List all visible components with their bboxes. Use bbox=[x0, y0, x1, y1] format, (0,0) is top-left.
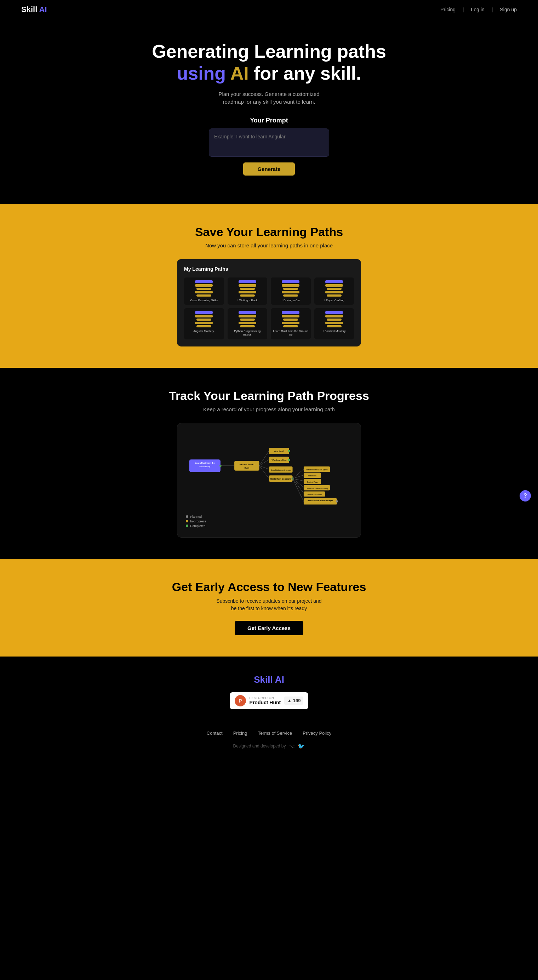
path-node bbox=[195, 284, 213, 287]
path-node-sm2 bbox=[283, 325, 298, 328]
path-node-top bbox=[195, 311, 213, 314]
save-subtitle: Now you can store all your learning path… bbox=[7, 242, 531, 248]
footer-tos-link[interactable]: Terms of Service bbox=[258, 730, 292, 736]
path-node2 bbox=[325, 291, 343, 293]
ph-name: Product Hunt bbox=[250, 700, 281, 705]
paths-grid: Great Parenting Skills ↑ Writing a Book bbox=[184, 277, 354, 339]
footer-links: Contact Pricing Terms of Service Privacy… bbox=[7, 730, 531, 736]
svg-point-40 bbox=[336, 500, 338, 502]
path-node bbox=[282, 315, 299, 317]
path-node-sm bbox=[240, 288, 255, 290]
svg-text:Ground Up: Ground Up bbox=[200, 465, 211, 467]
svg-text:Variables and Data Types: Variables and Data Types bbox=[306, 468, 328, 470]
pricing-link[interactable]: Pricing bbox=[440, 7, 455, 13]
path-node-top bbox=[325, 280, 343, 283]
track-section: Track Your Learning Path Progress Keep a… bbox=[0, 368, 538, 559]
list-item[interactable]: ↑ Football Mastery bbox=[314, 308, 354, 339]
svg-line-23 bbox=[293, 469, 304, 478]
path-label: Great Parenting Skills bbox=[186, 299, 222, 302]
svg-text:Control Flow: Control Flow bbox=[307, 480, 317, 483]
path-node2 bbox=[239, 322, 256, 324]
login-link[interactable]: Log in bbox=[471, 7, 485, 13]
ph-featured-label: FEATURED ON bbox=[250, 696, 281, 700]
early-access-button[interactable]: Get Early Access bbox=[235, 621, 303, 635]
footer: Skill AI P FEATURED ON Product Hunt ▲ 19… bbox=[0, 657, 538, 760]
path-node-sm bbox=[240, 318, 255, 321]
path-visual bbox=[273, 311, 309, 328]
svg-text:Introduction to: Introduction to bbox=[240, 463, 255, 465]
path-label: ↑ Football Mastery bbox=[317, 329, 352, 333]
path-node-top bbox=[239, 311, 256, 314]
footer-pricing-link[interactable]: Pricing bbox=[233, 730, 247, 736]
path-node-sm2 bbox=[196, 325, 211, 328]
path-node-sm2 bbox=[327, 294, 342, 297]
hero-section: Generating Learning paths using AI for a… bbox=[0, 19, 538, 204]
path-node-top bbox=[282, 280, 299, 283]
path-node-sm bbox=[327, 318, 342, 321]
nav-divider: | bbox=[463, 7, 464, 13]
path-node-sm2 bbox=[327, 325, 342, 328]
path-node-sm bbox=[283, 318, 298, 321]
learning-paths-card: My Learning Paths Great Parenting Skills bbox=[177, 259, 361, 347]
track-card: Learn Rust from the Ground Up Introducti… bbox=[177, 423, 361, 538]
path-node-sm bbox=[196, 288, 211, 290]
footer-privacy-link[interactable]: Privacy Policy bbox=[302, 730, 331, 736]
legend-item-completed: Completed bbox=[186, 524, 352, 528]
list-item[interactable]: ↑ Writing a Book bbox=[228, 277, 267, 305]
hero-title-using: using bbox=[177, 63, 226, 84]
list-item[interactable]: ↑ Paper Crafting bbox=[314, 277, 354, 305]
path-node-top bbox=[282, 311, 299, 314]
list-item[interactable]: Angular Mastery. bbox=[184, 308, 224, 339]
path-node2 bbox=[195, 291, 213, 293]
signup-link[interactable]: Sign up bbox=[500, 7, 517, 13]
path-node-sm2 bbox=[240, 294, 255, 297]
help-button[interactable]: ? bbox=[520, 490, 531, 501]
list-item[interactable]: ↑ Driving a Car bbox=[271, 277, 311, 305]
save-title: Save Your Learning Paths bbox=[7, 225, 531, 239]
svg-line-11 bbox=[259, 466, 269, 479]
path-node-sm2 bbox=[240, 325, 255, 328]
hero-title-line1: Generating Learning paths bbox=[152, 41, 386, 62]
hero-title-ai: AI bbox=[226, 63, 249, 84]
product-hunt-icon: P bbox=[235, 695, 246, 706]
navbar: Skill AI Pricing | Log in | Sign up bbox=[0, 0, 538, 19]
path-node-sm bbox=[327, 288, 342, 290]
inprogress-dot bbox=[186, 520, 188, 522]
mindmap-svg: Learn Rust from the Ground Up Introducti… bbox=[186, 432, 352, 508]
path-label: ↑ Driving a Car bbox=[273, 299, 309, 302]
list-item[interactable]: Learn Rust from the Ground Up bbox=[271, 308, 311, 339]
svg-line-41 bbox=[293, 479, 304, 501]
hero-subtitle: Plan your success. Generate a customized… bbox=[209, 90, 329, 106]
product-hunt-count: ▲ 199 bbox=[284, 697, 303, 705]
list-item[interactable]: Python Programming Basics bbox=[228, 308, 267, 339]
twitter-icon[interactable]: 🐦 bbox=[298, 743, 305, 749]
svg-rect-5 bbox=[234, 461, 259, 470]
svg-text:Structs and Traits: Structs and Traits bbox=[307, 493, 322, 495]
prompt-input[interactable] bbox=[209, 129, 329, 157]
generate-button[interactable]: Generate bbox=[243, 162, 294, 175]
svg-text:Learn Rust from the: Learn Rust from the bbox=[195, 462, 215, 464]
svg-point-17 bbox=[288, 459, 290, 461]
svg-text:Installation and setup: Installation and setup bbox=[271, 469, 291, 471]
path-label: ↑ Paper Crafting bbox=[317, 299, 352, 302]
list-item[interactable]: Great Parenting Skills bbox=[184, 277, 224, 305]
svg-text:Intermediate Rust Concepts: Intermediate Rust Concepts bbox=[307, 499, 333, 501]
svg-point-14 bbox=[288, 449, 290, 452]
path-node bbox=[239, 315, 256, 317]
svg-text:Functions: Functions bbox=[308, 475, 317, 477]
legend: Planned In-progress Completed bbox=[186, 515, 352, 528]
mindmap-container: Learn Rust from the Ground Up Introducti… bbox=[186, 432, 352, 509]
path-node bbox=[195, 315, 213, 317]
product-hunt-badge[interactable]: P FEATURED ON Product Hunt ▲ 199 bbox=[230, 692, 309, 709]
svg-text:Ownership and Borrowing: Ownership and Borrowing bbox=[306, 487, 328, 489]
early-access-title: Get Early Access to New Features bbox=[7, 580, 531, 594]
path-label: Python Programming Basics bbox=[230, 329, 266, 336]
footer-contact-link[interactable]: Contact bbox=[207, 730, 223, 736]
completed-label: Completed bbox=[190, 524, 205, 528]
footer-logo: Skill AI bbox=[7, 674, 531, 685]
github-icon[interactable]: ⌥ bbox=[288, 743, 295, 749]
svg-line-9 bbox=[259, 460, 269, 466]
path-node-sm2 bbox=[196, 294, 211, 297]
path-node2 bbox=[195, 322, 213, 324]
save-section: Save Your Learning Paths Now you can sto… bbox=[0, 204, 538, 368]
